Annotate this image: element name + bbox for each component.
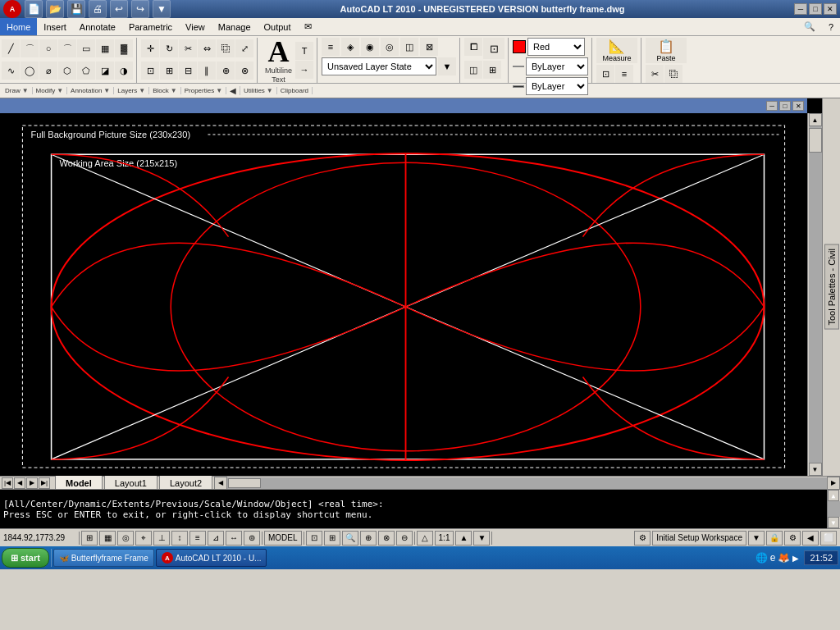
cut-btn[interactable]: ✂ <box>646 65 664 83</box>
tab-next-btn[interactable]: ▶ <box>26 477 38 489</box>
scale-up-btn[interactable]: ▲ <box>455 531 472 546</box>
zoom-btn1[interactable]: 🔍 <box>342 531 358 546</box>
hatch-btn[interactable]: ▦ <box>96 39 114 57</box>
menu-manage[interactable]: Manage <box>212 18 258 35</box>
annotation-scale-icon[interactable]: △ <box>417 531 433 546</box>
scale-btn[interactable]: ⤢ <box>235 39 253 57</box>
zoom-btn3[interactable]: ⊗ <box>378 531 395 546</box>
tool-palettes-label[interactable]: Tool Palettes - Civil <box>824 244 839 330</box>
mirror-btn[interactable]: ⇔ <box>198 39 216 57</box>
ortho-btn[interactable]: ◎ <box>117 531 134 546</box>
ann-btn1[interactable]: T <box>295 42 313 60</box>
layer-state-select[interactable]: Unsaved Layer State <box>322 57 436 75</box>
section-utilities[interactable]: Utilities ▼ <box>240 87 277 94</box>
polar-btn[interactable]: ⌖ <box>135 531 152 546</box>
paste-btn[interactable]: 📋 Paste <box>646 38 687 63</box>
section-expand[interactable]: ◀ <box>226 86 240 95</box>
util-btn1[interactable]: ⊡ <box>596 65 614 83</box>
draw-btn2-6[interactable]: ◪ <box>96 62 114 80</box>
block-btn3[interactable]: ⊞ <box>483 61 501 79</box>
layer-btn1[interactable]: ◈ <box>341 38 359 56</box>
modify-btn2-1[interactable]: ⊡ <box>141 62 159 80</box>
draw-btn2-5[interactable]: ⬠ <box>77 62 95 80</box>
lock-btn[interactable]: 🔒 <box>766 531 783 546</box>
menu-help[interactable]: ? <box>822 18 840 35</box>
dyn-btn[interactable]: ⊿ <box>208 531 224 546</box>
qa-dropdown-btn[interactable]: ▼ <box>153 0 171 18</box>
util-btn2[interactable]: ≡ <box>615 65 633 83</box>
tab-prev-btn[interactable]: ◀ <box>14 477 25 489</box>
workspace-icon[interactable]: ⚙ <box>634 531 651 546</box>
rotate-btn[interactable]: ↻ <box>160 39 178 57</box>
settings-btn1[interactable]: ⚙ <box>784 531 801 546</box>
layer-btn5[interactable]: ⊠ <box>420 38 438 56</box>
tmodel-btn[interactable]: ⊚ <box>244 531 260 546</box>
layer-btn4[interactable]: ◫ <box>400 38 418 56</box>
modify-btn2-6[interactable]: ⊗ <box>235 62 253 80</box>
menu-insert[interactable]: Insert <box>37 18 73 35</box>
tab-last-btn[interactable]: ▶| <box>39 477 50 489</box>
menu-search[interactable]: 🔍 <box>797 18 822 35</box>
section-clipboard[interactable]: Clipboard <box>277 87 313 94</box>
move-icon[interactable]: ✛ <box>141 39 159 57</box>
section-block[interactable]: Block ▼ <box>149 87 180 94</box>
canvas-close[interactable]: ✕ <box>792 101 804 111</box>
drawing-canvas[interactable]: ─ □ ✕ Full Background Picture Size (230x… <box>0 98 822 476</box>
qa-redo-btn[interactable]: ↪ <box>131 0 149 18</box>
section-properties[interactable]: Properties ▼ <box>181 87 226 94</box>
block-btn2[interactable]: ◫ <box>464 61 482 79</box>
modify-btn2-3[interactable]: ⊟ <box>179 62 197 80</box>
line-btn[interactable]: ╱ <box>2 39 20 57</box>
viewport-btn1[interactable]: ⊡ <box>306 531 322 546</box>
menu-output[interactable]: Output <box>258 18 298 35</box>
section-annotation[interactable]: Annotation ▼ <box>67 87 114 94</box>
draw-btn2-7[interactable]: ◑ <box>115 62 133 80</box>
menu-mail[interactable]: ✉ <box>298 18 318 35</box>
draw-btn2-4[interactable]: ⬡ <box>58 62 76 80</box>
zoom-btn4[interactable]: ⊖ <box>396 531 413 546</box>
circle-btn[interactable]: ○ <box>39 39 57 57</box>
hscroll-left-btn[interactable]: ◀ <box>214 477 227 490</box>
scale-down-btn[interactable]: ▼ <box>473 531 490 546</box>
layer-icon[interactable]: ≡ <box>322 38 340 56</box>
workspace-dropdown[interactable]: ▼ <box>748 531 765 546</box>
qa-new-btn[interactable]: 📄 <box>25 0 43 18</box>
linetype-select[interactable]: ByLayer <box>526 57 588 75</box>
cmd-scroll-down[interactable]: ▼ <box>828 517 839 528</box>
scale-display[interactable]: 1:1 <box>435 531 454 546</box>
canvas-minimize[interactable]: ─ <box>766 101 778 111</box>
canvas-maximize[interactable]: □ <box>779 101 791 111</box>
layer-state-btn[interactable]: ▼ <box>438 57 456 75</box>
multiline-text-btn[interactable]: A MultilineText <box>262 35 295 86</box>
arc-btn[interactable]: ⌒ <box>58 39 76 57</box>
hscroll-right-btn[interactable]: ▶ <box>827 477 840 490</box>
scroll-up-btn[interactable]: ▲ <box>809 113 822 126</box>
grid-btn[interactable]: ▦ <box>99 531 116 546</box>
osnap-btn[interactable]: ⊥ <box>153 531 170 546</box>
settings-btn2[interactable]: ◀ <box>802 531 819 546</box>
maximize-btn[interactable]: □ <box>809 3 822 15</box>
otrack-btn[interactable]: ↕ <box>171 531 188 546</box>
workspace-label[interactable]: Initial Setup Workspace <box>652 531 746 546</box>
trim-btn[interactable]: ✂ <box>179 39 197 57</box>
section-layers[interactable]: Layers ▼ <box>114 87 149 94</box>
menu-parametric[interactable]: Parametric <box>122 18 179 35</box>
menu-view[interactable]: View <box>179 18 212 35</box>
insert-block-btn[interactable]: ⧠ <box>464 38 482 56</box>
scroll-thumb[interactable] <box>809 128 822 153</box>
fullscreen-btn[interactable]: ⬜ <box>820 531 837 546</box>
taskbar-explorer[interactable]: 🦋 Butterflyframe Frame <box>53 549 154 567</box>
cmd-scroll-up[interactable]: ▲ <box>828 490 839 501</box>
zoom-btn2[interactable]: ⊕ <box>360 531 377 546</box>
snap-btn[interactable]: ⊞ <box>81 531 98 546</box>
gradient-btn[interactable]: ▓ <box>115 39 133 57</box>
draw-btn2-2[interactable]: ◯ <box>21 62 39 80</box>
section-draw[interactable]: Draw ▼ <box>2 87 33 94</box>
layer-btn2[interactable]: ◉ <box>361 38 379 56</box>
scroll-down-btn[interactable]: ▼ <box>809 463 822 476</box>
insert-large-btn[interactable]: ⊡ <box>483 38 504 59</box>
color-select[interactable]: Red <box>527 38 585 56</box>
layer-btn3[interactable]: ◎ <box>381 38 399 56</box>
qa-save-btn[interactable]: 💾 <box>67 0 85 18</box>
ducs-btn[interactable]: ≡ <box>189 531 206 546</box>
